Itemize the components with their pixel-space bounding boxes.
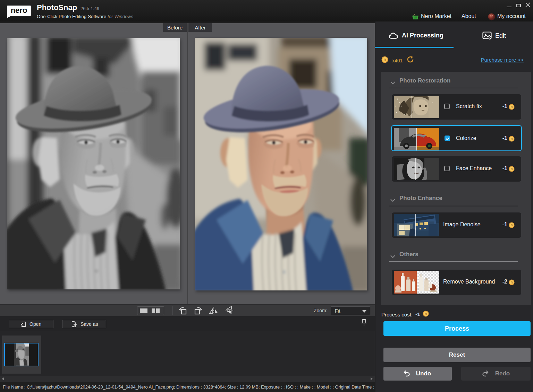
svg-text:n: n: [383, 57, 386, 62]
svg-text:n: n: [425, 312, 427, 316]
svg-text:n: n: [510, 167, 513, 171]
svg-text:n: n: [510, 137, 513, 141]
svg-text:n: n: [510, 105, 513, 109]
svg-text:n: n: [510, 223, 513, 227]
svg-text:n: n: [510, 280, 513, 284]
